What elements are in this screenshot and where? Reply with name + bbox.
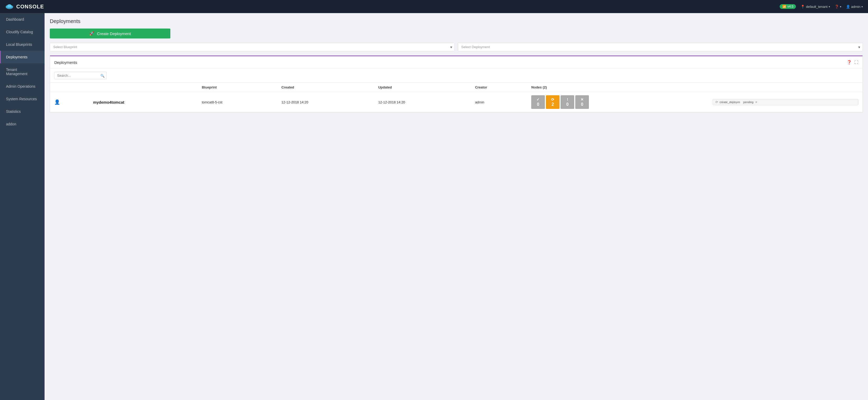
table-header-row: Blueprint Created Updated Creator Nodes … <box>50 83 863 92</box>
top-navbar: CONSOLE 📶 v4.5 📍 default_tenant ▾ ❓ ▾ 👤 … <box>0 0 868 13</box>
sidebar-item-admin-operations[interactable]: Admin Operations <box>0 80 44 93</box>
help-icon: ❓ <box>835 5 839 9</box>
filter-row: Select Blueprint ▾ Select Deployment ▾ <box>50 43 863 51</box>
search-wrapper: 🔍 <box>54 72 107 79</box>
admin-label: admin <box>851 5 860 9</box>
creator-value: admin <box>475 100 484 104</box>
table-row: 👤 mydemo4tomcat tomcat8-5-cst 12-12-2018… <box>50 92 863 112</box>
row-created-cell: 12-12-2018 14:20 <box>277 92 374 112</box>
sidebar: Dashboard Cloudify Catalog Local Bluepri… <box>0 13 44 400</box>
search-icon: 🔍 <box>100 73 104 77</box>
sidebar-item-label: Deployments <box>6 55 28 59</box>
nodes-ok-count: 0 <box>537 102 539 107</box>
sidebar-item-local-blueprints[interactable]: Local Blueprints <box>0 38 44 51</box>
deployment-selector[interactable]: Select Deployment ▾ <box>458 43 863 51</box>
deployment-name[interactable]: mydemo4tomcat <box>93 100 124 104</box>
signal-icon: 📶 <box>782 5 786 8</box>
blueprint-select[interactable]: Select Blueprint <box>50 43 455 51</box>
deployments-panel: Deployments ❓ ⛶ 🔍 Bl <box>50 56 863 112</box>
row-name-cell: mydemo4tomcat <box>89 92 197 112</box>
sidebar-item-label: Dashboard <box>6 17 24 22</box>
times-icon: ✕ <box>581 97 584 102</box>
expand-icon[interactable]: ⛶ <box>855 60 858 65</box>
close-icon[interactable]: ✕ <box>755 101 757 104</box>
pending-tag: ⟳ create_deploym pending ✕ <box>713 99 858 105</box>
sidebar-item-dashboard[interactable]: Dashboard <box>0 13 44 26</box>
col-blueprint: Blueprint <box>197 83 277 92</box>
search-input[interactable] <box>54 72 107 79</box>
admin-icon: 👤 <box>846 5 850 9</box>
col-updated: Updated <box>374 83 471 92</box>
chevron-down-icon: ▾ <box>829 5 830 8</box>
sidebar-item-statistics[interactable]: Statistics <box>0 105 44 118</box>
help-icon[interactable]: ❓ <box>847 60 852 65</box>
badge-pending: ⟳ 2 <box>546 95 560 109</box>
sidebar-item-label: Statistics <box>6 109 21 113</box>
row-blueprint-cell: tomcat8-5-cst <box>197 92 277 112</box>
create-deployment-button[interactable]: 🚀 Create Deployment <box>50 29 170 38</box>
search-bar: 🔍 <box>50 69 863 83</box>
main-layout: Dashboard Cloudify Catalog Local Bluepri… <box>0 13 868 400</box>
row-user-icon-cell: 👤 <box>50 92 89 112</box>
main-content: Deployments 🚀 Create Deployment Select B… <box>44 13 868 400</box>
badge-ok: ✓ 0 <box>531 95 545 109</box>
chevron-down-icon: ▾ <box>862 5 863 8</box>
rocket-icon: 🚀 <box>89 31 94 36</box>
badge-error: ✕ 0 <box>575 95 589 109</box>
sidebar-item-label: Admin Operations <box>6 84 35 89</box>
col-nodes: Nodes (2) <box>527 83 708 92</box>
sidebar-item-system-resources[interactable]: System Resources <box>0 93 44 105</box>
exclamation-icon: ! <box>567 97 568 102</box>
deployment-select[interactable]: Select Deployment <box>458 43 863 51</box>
nodes-warn-count: 0 <box>566 102 569 107</box>
pending-tag-text: create_deploym <box>720 101 740 104</box>
version-label: v4.5 <box>787 5 793 8</box>
sidebar-item-label: Cloudify Catalog <box>6 30 33 34</box>
spinner-icon: ⟳ <box>715 100 718 104</box>
row-updated-cell: 12-12-2018 14:20 <box>374 92 471 112</box>
brand: CONSOLE <box>5 3 44 10</box>
col-name <box>89 83 197 92</box>
panel-header: Deployments ❓ ⛶ <box>50 56 863 69</box>
badge-warn: ! 0 <box>561 95 574 109</box>
row-creator-cell: admin <box>471 92 527 112</box>
sidebar-item-label: System Resources <box>6 97 37 101</box>
created-value: 12-12-2018 14:20 <box>281 100 308 104</box>
cloud-icon <box>5 3 13 10</box>
spinner-icon: ⟳ <box>551 97 554 102</box>
pending-status-text: pending <box>743 101 753 104</box>
blueprint-selector[interactable]: Select Blueprint ▾ <box>50 43 455 51</box>
person-icon: 👤 <box>54 99 60 105</box>
col-extra <box>708 83 863 92</box>
blueprint-value: tomcat8-5-cst <box>202 100 222 104</box>
sidebar-item-addon[interactable]: addon <box>0 118 44 130</box>
sidebar-item-tenant-management[interactable]: Tenant Management <box>0 63 44 80</box>
create-btn-label: Create Deployment <box>97 31 131 36</box>
tenant-selector[interactable]: 📍 default_tenant ▾ <box>801 5 830 9</box>
col-created: Created <box>277 83 374 92</box>
help-button[interactable]: ❓ ▾ <box>835 5 841 9</box>
sidebar-item-label: Tenant Management <box>6 68 28 76</box>
nodes-error-count: 0 <box>581 102 583 107</box>
nodes-badges: ✓ 0 ⟳ 2 ! 0 <box>531 95 704 109</box>
tenant-label: default_tenant <box>806 5 827 9</box>
nodes-pending-count: 2 <box>552 102 554 107</box>
updated-value: 12-12-2018 14:20 <box>378 100 405 104</box>
panel-title: Deployments <box>54 60 77 65</box>
sidebar-item-deployments[interactable]: Deployments <box>0 51 44 63</box>
checkmark-icon: ✓ <box>536 97 539 102</box>
col-icon <box>50 83 89 92</box>
page-title: Deployments <box>50 18 863 24</box>
navbar-right: 📶 v4.5 📍 default_tenant ▾ ❓ ▾ 👤 admin ▾ <box>780 4 863 9</box>
col-creator: Creator <box>471 83 527 92</box>
deployments-table: Blueprint Created Updated Creator Nodes … <box>50 83 863 112</box>
sidebar-item-label: Local Blueprints <box>6 42 32 46</box>
sidebar-item-cloudify-catalog[interactable]: Cloudify Catalog <box>0 26 44 38</box>
user-pin-icon: 📍 <box>801 5 805 9</box>
sidebar-item-label: addon <box>6 122 16 126</box>
chevron-down-icon: ▾ <box>840 5 841 8</box>
admin-menu[interactable]: 👤 admin ▾ <box>846 5 863 9</box>
version-badge: 📶 v4.5 <box>780 4 796 9</box>
row-pending-tag-cell: ⟳ create_deploym pending ✕ <box>708 92 863 112</box>
panel-actions: ❓ ⛶ <box>847 60 858 65</box>
